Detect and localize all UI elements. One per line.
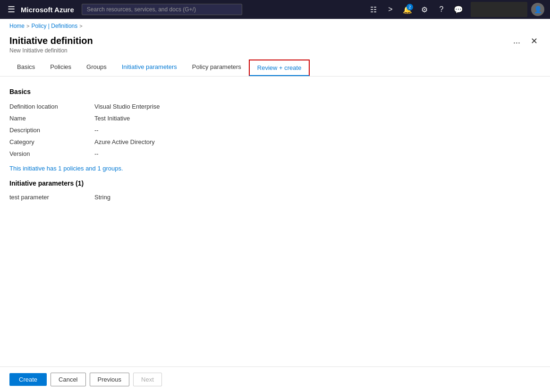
previous-button[interactable]: Previous: [90, 373, 130, 386]
more-options-button[interactable]: ...: [510, 35, 523, 47]
tab-basics[interactable]: Basics: [9, 60, 42, 76]
form-content: Basics Definition location Visual Studio…: [0, 77, 550, 366]
cancel-button[interactable]: Cancel: [51, 373, 85, 386]
value-name: Test Initiative: [94, 115, 130, 122]
param-name-test: test parameter: [9, 194, 94, 201]
field-name: Name Test Initiative: [9, 115, 541, 122]
notifications-icon[interactable]: 🔔 2: [400, 2, 415, 17]
value-version: --: [94, 150, 99, 157]
feedback-icon[interactable]: 💬: [451, 2, 466, 17]
basics-section-title: Basics: [9, 88, 541, 95]
page-title: Initiative definition: [9, 35, 506, 46]
breadcrumb-policy-definitions[interactable]: Policy | Definitions: [31, 23, 77, 29]
initiative-params-title: Initiative parameters (1): [9, 179, 541, 187]
notification-badge: 2: [406, 4, 413, 10]
summary-groups-count: 1: [97, 165, 101, 172]
top-navigation: ☰ Microsoft Azure ☷ > 🔔 2 ⚙ ? 💬 👤: [0, 0, 550, 19]
main-content: Home > Policy | Definitions > Initiative…: [0, 19, 550, 392]
help-icon[interactable]: ?: [434, 2, 449, 17]
tab-review-create[interactable]: Review + create: [249, 60, 310, 76]
settings-icon[interactable]: ⚙: [417, 2, 432, 17]
footer: Create Cancel Previous Next: [0, 366, 550, 392]
topnav-icons: ☷ > 🔔 2 ⚙ ? 💬 👤: [366, 2, 544, 17]
label-definition-location: Definition location: [9, 103, 94, 110]
summary-policies-count: 1: [58, 165, 61, 172]
create-button[interactable]: Create: [9, 373, 47, 386]
global-search-input[interactable]: [82, 4, 242, 15]
label-name: Name: [9, 115, 94, 122]
field-category: Category Azure Active Directory: [9, 138, 541, 145]
label-description: Description: [9, 127, 94, 134]
user-avatar[interactable]: 👤: [531, 3, 544, 16]
param-type-test: String: [94, 194, 110, 201]
page-subtitle: New Initiative definition: [9, 47, 506, 54]
tab-groups[interactable]: Groups: [79, 60, 114, 76]
page-header: Initiative definition New Initiative def…: [0, 33, 550, 60]
field-definition-location: Definition location Visual Studio Enterp…: [9, 103, 541, 110]
value-description: --: [94, 127, 99, 134]
summary-suffix: groups.: [101, 165, 123, 172]
portal-menu-icon[interactable]: ☷: [366, 2, 381, 17]
value-category: Azure Active Directory: [94, 138, 155, 145]
cloud-shell-icon[interactable]: >: [383, 2, 398, 17]
breadcrumb-sep-1: >: [26, 23, 29, 29]
hamburger-menu[interactable]: ☰: [6, 2, 17, 17]
field-version: Version --: [9, 150, 541, 157]
label-version: Version: [9, 150, 94, 157]
tab-initiative-parameters[interactable]: Initiative parameters: [114, 60, 185, 76]
breadcrumb-sep-2: >: [79, 23, 82, 29]
field-description: Description --: [9, 127, 541, 134]
app-logo: Microsoft Azure: [21, 6, 74, 14]
close-button[interactable]: ✕: [528, 35, 541, 47]
param-row-test: test parameter String: [9, 194, 541, 201]
initiative-summary: This initiative has 1 policies and 1 gro…: [9, 165, 541, 172]
directory-panel: [471, 2, 527, 17]
tab-policy-parameters[interactable]: Policy parameters: [185, 60, 249, 76]
summary-middle: policies and: [62, 165, 98, 172]
breadcrumb: Home > Policy | Definitions >: [0, 19, 550, 33]
value-definition-location: Visual Studio Enterprise: [94, 103, 160, 110]
next-button: Next: [133, 373, 162, 386]
breadcrumb-home[interactable]: Home: [9, 23, 25, 29]
tab-bar: Basics Policies Groups Initiative parame…: [0, 60, 550, 77]
summary-prefix: This initiative has: [9, 165, 58, 172]
label-category: Category: [9, 138, 94, 145]
tab-policies[interactable]: Policies: [42, 60, 79, 76]
